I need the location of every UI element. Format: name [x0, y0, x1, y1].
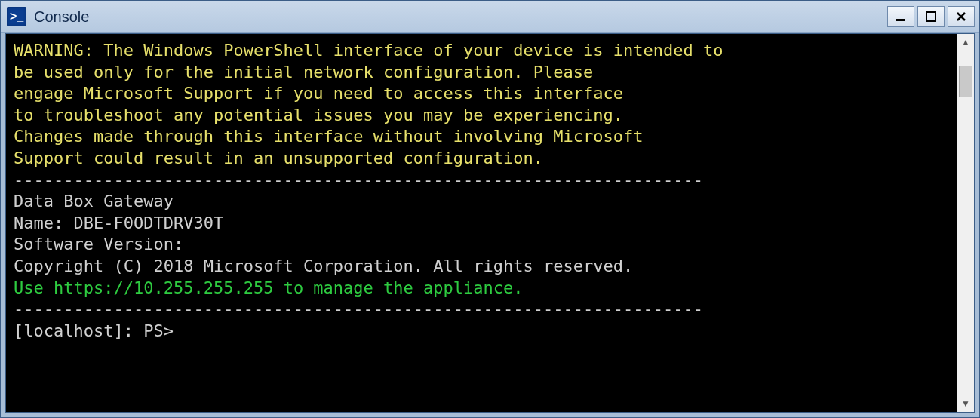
- terminal-output[interactable]: WARNING: The Windows PowerShell interfac…: [6, 34, 957, 412]
- separator: ----------------------------------------…: [14, 171, 703, 189]
- warning-line: WARNING: The Windows PowerShell interfac…: [14, 41, 723, 60]
- prompt: [localhost]: PS>: [14, 321, 174, 340]
- scroll-up-arrow-icon[interactable]: ▲: [957, 34, 974, 51]
- maximize-button[interactable]: [917, 6, 945, 27]
- copyright-line: Copyright (C) 2018 Microsoft Corporation…: [14, 257, 633, 275]
- warning-line: engage Microsoft Support if you need to …: [14, 84, 623, 103]
- window-title: Console: [34, 8, 887, 26]
- window-control-buttons: [887, 6, 975, 27]
- powershell-console-window: >_ Console WARNING: The Windows PowerShe…: [0, 0, 980, 418]
- close-button[interactable]: [948, 6, 975, 27]
- scroll-thumb[interactable]: [959, 66, 972, 97]
- manage-url-line: Use https://10.255.255.255 to manage the…: [14, 278, 524, 297]
- warning-line: to troubleshoot any potential issues you…: [14, 106, 623, 124]
- product-name: Data Box Gateway: [14, 192, 174, 211]
- warning-line: be used only for the initial network con…: [14, 63, 593, 81]
- titlebar[interactable]: >_ Console: [1, 1, 979, 33]
- warning-line: Support could result in an unsupported c…: [14, 149, 543, 168]
- device-name-line: Name: DBE-F0ODTDRV30T: [14, 214, 223, 232]
- client-area: WARNING: The Windows PowerShell interfac…: [5, 33, 975, 413]
- software-version-line: Software Version:: [14, 235, 183, 254]
- powershell-icon: >_: [7, 7, 26, 26]
- separator: ----------------------------------------…: [14, 300, 703, 318]
- vertical-scrollbar[interactable]: ▲ ▼: [957, 34, 974, 412]
- svg-rect-0: [896, 19, 905, 21]
- svg-rect-1: [926, 12, 935, 21]
- minimize-button[interactable]: [887, 6, 914, 27]
- warning-line: Changes made through this interface with…: [14, 127, 643, 146]
- scroll-down-arrow-icon[interactable]: ▼: [957, 395, 974, 412]
